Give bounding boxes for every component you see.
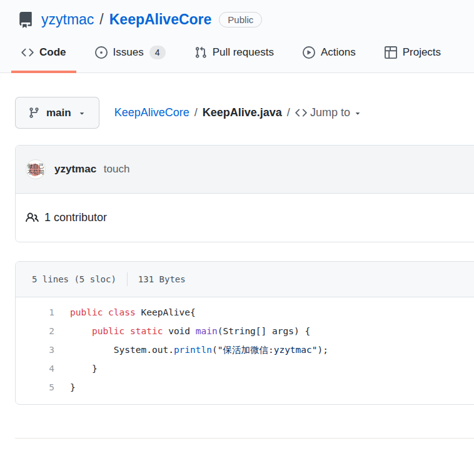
tab-actions[interactable]: Actions	[293, 36, 366, 73]
contributors-label: 1 contributor	[44, 211, 107, 224]
line-number[interactable]: 3	[16, 340, 54, 359]
git-pull-request-icon	[194, 46, 207, 59]
line-number[interactable]: 4	[16, 359, 54, 378]
code-line: 5}	[16, 378, 474, 397]
project-table-icon	[385, 46, 397, 59]
repo-owner-link[interactable]: yzytmac	[41, 11, 94, 28]
line-number[interactable]: 2	[16, 322, 54, 340]
repo-name-link[interactable]: KeepAliveCore	[109, 11, 212, 28]
tab-label: Projects	[403, 46, 441, 59]
file-blob-box: 5 lines (5 sloc) 131 Bytes 1public class…	[15, 261, 474, 405]
code-line: 4 }	[16, 359, 474, 378]
tab-issues[interactable]: Issues 4	[85, 36, 176, 73]
git-branch-icon	[28, 107, 40, 119]
commit-info-box: 做自己 不苟同 yzytmac touch 1 contributor	[15, 145, 474, 242]
jump-to-label: Jump to	[310, 106, 350, 119]
tab-label: Pull requests	[213, 46, 274, 59]
tab-label: Issues	[113, 46, 144, 59]
file-nav-row: main KeepAliveCore / KeepAlive.java / Ju…	[15, 97, 474, 129]
tab-pull-requests[interactable]: Pull requests	[184, 36, 284, 73]
commit-meta: yzytmac touch	[54, 163, 129, 176]
footer-divider	[15, 438, 474, 460]
repo-icon	[18, 12, 34, 28]
jump-to-dropdown[interactable]: Jump to	[295, 106, 362, 119]
file-info-bar: 5 lines (5 sloc) 131 Bytes	[16, 262, 474, 297]
code-line: 2 public static void main(String[] args)…	[16, 322, 474, 340]
main-content: main KeepAliveCore / KeepAlive.java / Ju…	[0, 97, 474, 460]
breadcrumb-repo-link[interactable]: KeepAliveCore	[114, 106, 189, 119]
triangle-down-icon	[353, 109, 362, 117]
divider	[127, 272, 128, 286]
title-separator: /	[99, 11, 103, 28]
branch-selector-button[interactable]: main	[15, 97, 99, 129]
branch-name: main	[46, 107, 71, 119]
line-content: public class KeepAlive{	[54, 307, 196, 317]
code-icon	[295, 107, 307, 119]
repo-title-row: yzytmac / KeepAliveCore Public	[0, 0, 474, 28]
repo-tab-nav: Code Issues 4 Pull requests Actions Proj…	[0, 36, 474, 73]
line-content: }	[54, 364, 98, 374]
triangle-down-icon	[78, 109, 86, 117]
code-line: 3 System.out.println("保活加微信:yzytmac");	[16, 340, 474, 359]
code-icon	[21, 46, 34, 59]
line-content: }	[54, 382, 76, 392]
play-icon	[303, 46, 315, 59]
page-title: yzytmac / KeepAliveCore Public	[41, 11, 262, 28]
tab-code[interactable]: Code	[11, 36, 76, 73]
breadcrumb-file-name: KeepAlive.java	[203, 106, 282, 119]
repo-header: yzytmac / KeepAliveCore Public Code Issu…	[0, 0, 474, 73]
file-line-stats: 5 lines (5 sloc)	[32, 274, 116, 284]
tab-projects[interactable]: Projects	[375, 36, 451, 73]
breadcrumb-separator: /	[194, 106, 198, 119]
avatar-text: 做自己	[28, 163, 44, 169]
tab-label: Code	[39, 46, 66, 59]
code-lines: 1public class KeepAlive{2 public static …	[16, 297, 474, 404]
github-repo-page: yzytmac / KeepAliveCore Public Code Issu…	[0, 0, 474, 476]
tab-label: Actions	[321, 46, 356, 59]
avatar-text: 不苟同	[28, 169, 44, 176]
commit-message[interactable]: touch	[104, 163, 130, 175]
file-size: 131 Bytes	[138, 274, 186, 284]
line-number[interactable]: 1	[16, 303, 54, 322]
people-icon	[26, 211, 39, 224]
line-number[interactable]: 5	[16, 378, 54, 397]
breadcrumb-separator: /	[287, 106, 290, 119]
commit-author-link[interactable]: yzytmac	[54, 163, 96, 175]
latest-commit-header: 做自己 不苟同 yzytmac touch	[16, 146, 474, 194]
issues-count-badge: 4	[149, 46, 166, 59]
visibility-badge: Public	[219, 12, 262, 27]
breadcrumb: KeepAliveCore / KeepAlive.java / Jump to	[114, 106, 362, 119]
avatar[interactable]: 做自己 不苟同	[26, 159, 46, 179]
line-content: public static void main(String[] args) {	[54, 326, 310, 336]
contributors-row[interactable]: 1 contributor	[16, 194, 474, 242]
code-line: 1public class KeepAlive{	[16, 303, 474, 322]
line-content: System.out.println("保活加微信:yzytmac");	[54, 345, 328, 355]
issue-opened-icon	[95, 46, 108, 59]
